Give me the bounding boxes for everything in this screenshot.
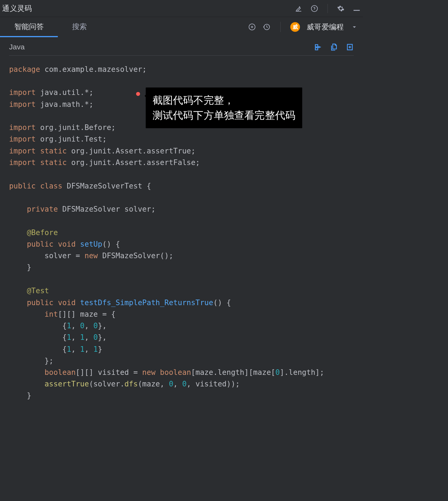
variable: maze [253,368,271,377]
keyword: static [40,146,67,155]
number: 0 [93,322,98,330]
variable: solver [44,252,71,260]
number: 0 [169,380,173,388]
package-seg: org [40,135,54,143]
variable: solver [125,205,151,213]
package-seg: assertTrue [147,146,191,155]
code-block[interactable]: package com.example.mazesolver; import j… [9,63,354,402]
edit-icon[interactable] [295,5,303,13]
package-seg: junit [89,158,111,167]
tooltip-marker-icon [136,92,140,96]
package-seg: junit [58,135,80,143]
method-call: dfs [125,380,138,388]
titlebar-actions [295,4,361,13]
number: 0 [182,380,187,388]
copy-icon[interactable] [330,43,338,51]
keyword: import [9,88,36,97]
number: 1 [67,345,71,353]
keyword: class [40,181,62,190]
package-seg: org [40,123,54,132]
package-seg: Assert [115,158,142,167]
keyword: import [9,158,36,167]
number: 1 [67,333,71,342]
argument: visited [196,380,227,388]
minimize-icon[interactable] [353,5,361,13]
number: 0 [275,368,280,377]
method-name: testDfs_SimplePath_ReturnsTrue [80,298,213,307]
content-area: Java package com.example.mazesolver; imp… [0,37,363,406]
keyword: public [27,240,54,248]
keyword: package [9,65,40,73]
variable: maze [80,310,98,318]
package-seg: assertFalse [147,158,195,167]
number: 1 [67,322,71,330]
new-file-icon[interactable] [346,43,354,51]
tabbar: 智能问答 搜索 威 威哥爱编程 [0,17,363,37]
keyword: void [58,298,76,307]
number: 1 [80,345,85,353]
keyword: import [9,100,36,108]
keyword: new [84,252,98,260]
tab-qa-label: 智能问答 [14,22,44,32]
package-seg: mazesolver [98,65,142,73]
tooltip: 截图代码不完整，测试代码下方单独查看完整代码 [136,87,302,128]
help-icon[interactable] [310,5,318,13]
package-seg: com [44,65,58,73]
insert-code-icon[interactable] [314,43,322,51]
language-label: Java [9,43,24,52]
keyword: boolean [160,368,191,377]
annotation: @Test [27,287,49,295]
package-seg: junit [58,123,80,132]
tab-search[interactable]: 搜索 [58,17,101,37]
username: 威哥爱编程 [307,22,343,32]
package-seg: org [71,158,84,167]
package-seg: math [62,100,80,108]
divider [280,22,281,32]
variable: maze [195,368,213,377]
type-name: DFSMazeSolver [102,252,160,260]
property: length [218,368,244,377]
property: length [289,368,315,377]
method-call: assertTrue [44,380,89,388]
divider [328,4,328,13]
tab-qa[interactable]: 智能问答 [0,17,58,37]
type-name: DFSMazeSolver [62,205,120,213]
package-seg: Before [84,123,111,132]
package-seg: java [40,88,58,97]
chevron-down-icon[interactable] [350,23,358,31]
number: 0 [80,322,85,330]
svg-rect-3 [315,48,318,50]
package-seg: Assert [115,146,142,155]
keyword: boolean [44,368,76,377]
code-actions [314,43,354,51]
keyword: public [9,181,36,190]
method-name: setUp [80,240,102,248]
tooltip-box: 截图代码不完整，测试代码下方单独查看完整代码 [146,87,302,128]
history-icon[interactable] [263,23,271,31]
tab-search-label: 搜索 [72,22,87,32]
number: 1 [93,345,98,353]
app-title: 通义灵码 [2,4,31,13]
avatar[interactable]: 威 [290,22,300,32]
keyword: int [44,310,58,318]
tabs-container: 智能问答 搜索 [0,17,101,37]
number: 1 [80,333,85,342]
keyword: public [27,298,54,307]
class-name: DFSMazeSolverTest [67,181,142,190]
package-seg: junit [89,146,111,155]
package-seg: Test [84,135,102,143]
number: 0 [93,333,98,342]
language-header: Java [9,43,354,56]
add-icon[interactable] [248,23,256,31]
argument: maze [142,380,160,388]
keyword: import [9,135,36,143]
keyword: import [9,146,36,155]
package-seg: java [40,100,58,108]
keyword: void [58,240,76,248]
gear-icon[interactable] [337,5,345,13]
package-seg: org [71,146,84,155]
svg-point-0 [312,5,318,12]
keyword: new [142,368,155,377]
tooltip-line2: 测试代码下方单独查看完整代码 [153,110,295,121]
keyword: private [27,205,58,213]
